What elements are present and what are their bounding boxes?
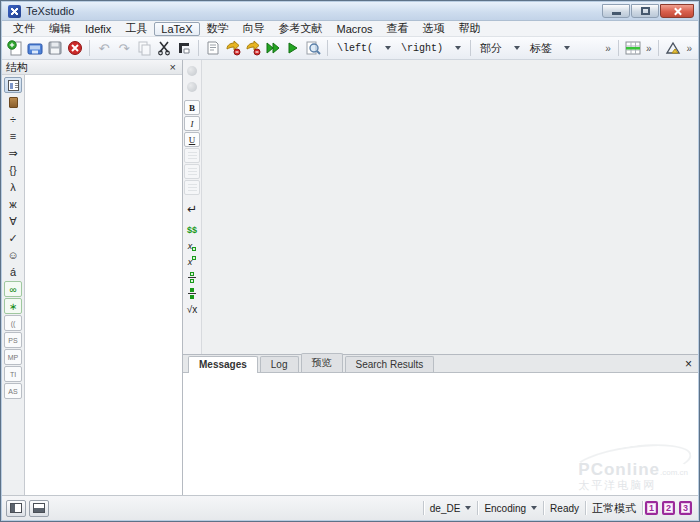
toolbar-overflow-button[interactable]: » <box>602 43 614 54</box>
symbol-tab-asymptote[interactable]: AS <box>4 383 22 399</box>
view-log-button[interactable] <box>303 38 323 58</box>
quick-build-icon <box>245 40 261 56</box>
bookmark-3-button[interactable]: 3 <box>679 501 692 515</box>
save-button[interactable] <box>45 38 65 58</box>
smiley-icon: ☺ <box>7 249 18 261</box>
minimize-button[interactable] <box>602 4 630 18</box>
subscript-button[interactable]: x <box>184 238 200 253</box>
bookmark-1-button[interactable]: 1 <box>645 501 658 515</box>
math-toolbar-button[interactable] <box>663 38 683 58</box>
paste-button[interactable] <box>174 38 194 58</box>
format-option-1-button[interactable] <box>184 63 200 78</box>
sidebar-tab-bookmarks[interactable] <box>4 94 22 110</box>
new-document-button[interactable] <box>5 38 25 58</box>
encoding-selector[interactable]: Encoding <box>478 503 543 514</box>
maximize-button[interactable] <box>631 4 659 18</box>
align-right-icon <box>188 184 197 192</box>
menu-item-help[interactable]: 帮助 <box>452 20 488 37</box>
tab-messages[interactable]: Messages <box>188 356 258 373</box>
symbol-tab-cyrillic[interactable]: ж <box>4 196 22 212</box>
left-delimiter-combo[interactable]: \left( <box>332 39 396 57</box>
underline-button[interactable]: U <box>184 132 200 147</box>
tab-search-results[interactable]: Search Results <box>345 356 435 372</box>
tab-log[interactable]: Log <box>260 356 299 372</box>
compile-button[interactable] <box>223 38 243 58</box>
section-combo[interactable]: 部分 <box>475 39 525 57</box>
mode-indicator[interactable]: 正常模式 <box>586 501 642 516</box>
tikz-icon: TI <box>10 371 16 378</box>
cut-button[interactable] <box>154 38 174 58</box>
right-delimiter-combo[interactable]: \right) <box>396 39 466 57</box>
lambda-icon: λ <box>10 181 16 193</box>
toggle-output-panel-button[interactable] <box>29 500 49 517</box>
structure-tree[interactable] <box>24 75 182 495</box>
symbol-tab-tikz[interactable]: TI <box>4 366 22 382</box>
close-file-button[interactable] <box>65 38 85 58</box>
menu-item-file[interactable]: 文件 <box>6 20 42 37</box>
bookmark-icon <box>9 97 18 108</box>
menu-item-latex[interactable]: LaTeX <box>154 22 199 36</box>
symbol-tab-misc-math[interactable]: ∀ <box>4 213 22 229</box>
menu-item-wizard[interactable]: 向导 <box>236 20 272 37</box>
close-button[interactable] <box>660 4 694 18</box>
symbol-tab-operators[interactable]: ÷ <box>4 111 22 127</box>
symbol-tab-relations[interactable]: ≡ <box>4 128 22 144</box>
align-center-button[interactable] <box>184 164 200 179</box>
structure-dock-close-button[interactable]: × <box>168 62 178 72</box>
table-toolbar-overflow-button[interactable]: » <box>643 43 655 54</box>
bold-button[interactable]: B <box>184 100 200 115</box>
output-panel-close-button[interactable]: × <box>685 357 692 371</box>
open-icon <box>27 40 43 56</box>
build-and-view-button[interactable] <box>263 38 283 58</box>
menu-item-idefix[interactable]: Idefix <box>78 22 118 36</box>
symbol-tab-delimiters[interactable]: {} <box>4 162 22 178</box>
newline-button[interactable]: ↵ <box>184 201 200 216</box>
copy-button[interactable] <box>134 38 154 58</box>
menu-item-tools[interactable]: 工具 <box>118 20 154 37</box>
italic-button[interactable]: I <box>184 116 200 131</box>
editor-area[interactable] <box>202 60 698 354</box>
menu-item-options[interactable]: 选项 <box>416 20 452 37</box>
undo-button[interactable]: ↶ <box>94 38 114 58</box>
format-option-2-button[interactable] <box>184 79 200 94</box>
toggle-structure-panel-button[interactable] <box>6 500 26 517</box>
quick-build-button[interactable] <box>243 38 263 58</box>
open-button[interactable] <box>25 38 45 58</box>
table-toolbar-button[interactable] <box>623 38 643 58</box>
symbol-tab-asterisk[interactable]: ∗ <box>4 298 22 314</box>
bookmark-2-button[interactable]: 2 <box>662 501 675 515</box>
language-selector[interactable]: de_DE <box>424 503 478 514</box>
sqrt-button[interactable]: √x <box>184 302 200 317</box>
forall-icon: ∀ <box>9 215 17 228</box>
symbol-tab-greek[interactable]: λ <box>4 179 22 195</box>
symbol-tab-misc-text[interactable]: ✓ <box>4 230 22 246</box>
symbol-tab-accents[interactable]: á <box>4 264 22 280</box>
sidebar-tab-structure[interactable] <box>4 77 22 93</box>
frac-button[interactable] <box>184 270 200 285</box>
menu-item-bibliography[interactable]: 参考文献 <box>272 20 330 37</box>
superscript-button[interactable]: x <box>184 254 200 269</box>
menu-item-view[interactable]: 查看 <box>380 20 416 37</box>
redo-button[interactable]: ↷ <box>114 38 134 58</box>
tab-preview[interactable]: 预览 <box>301 353 343 372</box>
symbol-tab-arrows[interactable]: ⇒ <box>4 145 22 161</box>
math-toolbar-overflow-button[interactable]: » <box>683 43 695 54</box>
symbol-tab-metapost[interactable]: MP <box>4 349 22 365</box>
symbol-tab-wasysym[interactable]: ☺ <box>4 247 22 263</box>
titlebar[interactable]: TeXstudio <box>2 2 698 21</box>
menu-item-math[interactable]: 数学 <box>200 20 236 37</box>
view-button[interactable] <box>283 38 303 58</box>
symbol-tab-infinity[interactable]: ∞ <box>4 281 22 297</box>
output-panel: Messages Log 预览 Search Results × PConlin… <box>183 354 698 495</box>
menu-item-edit[interactable]: 编辑 <box>42 20 78 37</box>
dfrac-button[interactable] <box>184 286 200 301</box>
menu-item-macros[interactable]: Macros <box>330 22 380 36</box>
align-left-button[interactable] <box>184 148 200 163</box>
label-combo[interactable]: 标签 <box>525 39 575 57</box>
align-right-button[interactable] <box>184 180 200 195</box>
main-area: 结构 × ÷ ≡ ⇒ {} λ ж ∀ ✓ ☺ á ∞ <box>2 60 698 495</box>
symbol-tab-pstricks[interactable]: PS <box>4 332 22 348</box>
symbol-tab-brackets[interactable]: (( <box>4 315 22 331</box>
inline-math-button[interactable]: $$ <box>184 222 200 237</box>
log-button[interactable] <box>203 38 223 58</box>
